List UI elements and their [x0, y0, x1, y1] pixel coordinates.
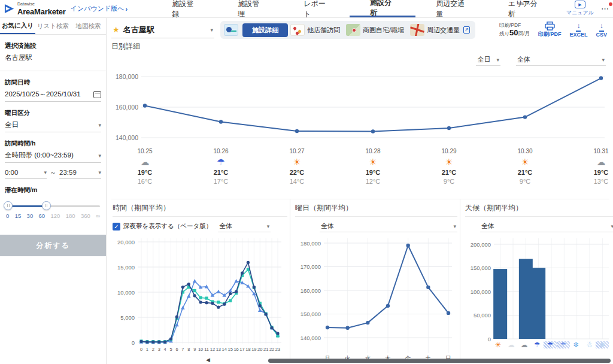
- sidebar-tabs: お気に入り リスト検索 地図検索: [0, 18, 106, 35]
- svg-text:14: 14: [222, 347, 227, 352]
- chevron-down-icon: ▾: [98, 122, 101, 128]
- svg-text:9: 9: [193, 347, 196, 352]
- facility-toolbar: ★ 名古屋駅 ▾ 施設詳細: [107, 18, 613, 40]
- svg-text:0: 0: [132, 339, 135, 346]
- weather-segment-select[interactable]: 全体 ▾: [480, 220, 613, 232]
- stay-time-slider[interactable]: [6, 201, 100, 211]
- daily-visitors-line-chart: 140,000160,000180,00010.2510.2610.2710.2…: [111, 66, 611, 156]
- print-pdf-button[interactable]: 印刷/PDF: [538, 22, 562, 38]
- svg-text:10.26: 10.26: [213, 148, 228, 154]
- hourly-panel: 時間（期間平均） ✓ 深夜帯を表示する（ベータ版） 全体 ▾ 05,0001: [111, 199, 290, 363]
- scroll-left-arrow-icon[interactable]: ◀: [206, 357, 210, 363]
- weekday-panel: 曜日（期間平均） 全体 ▾ 140,000150,000160,000170,0…: [290, 199, 460, 363]
- calendar-icon[interactable]: [93, 91, 101, 98]
- selected-facility-value: 名古屋駅: [5, 50, 101, 65]
- brand-name: AreaMarketer: [17, 7, 66, 16]
- scrollbar-thumb[interactable]: [268, 359, 611, 363]
- nav-item-area-analysis[interactable]: BETA エリア分析: [488, 0, 560, 17]
- weather-umbrella-icon: ☂: [217, 157, 224, 168]
- svg-text:200,000: 200,000: [471, 241, 491, 248]
- weather-axis-umbrella-box-icon: ☂: [544, 341, 557, 348]
- nav-item-facility-analysis[interactable]: 施設分析: [350, 0, 415, 17]
- tab-surrounding-traffic[interactable]: 周辺交通量 ↗: [408, 23, 474, 37]
- excel-export-button[interactable]: ↓ EXCEL: [569, 22, 587, 37]
- daily-day-filter-select[interactable]: 全日 ▾: [476, 54, 500, 66]
- slider-tick-labels: 015 3060 120180 360∞: [6, 213, 100, 219]
- time-to-select[interactable]: 23:59 ▾: [59, 166, 101, 179]
- hourly-segment-select[interactable]: 全体 ▾: [218, 220, 271, 232]
- horizontal-scrollbar[interactable]: ◀: [213, 358, 611, 363]
- nav-item-facility-manage[interactable]: 施設管理: [217, 0, 283, 17]
- weather-axis-snow-hatch-icon: ❅: [596, 341, 609, 348]
- visit-date-input[interactable]: 2025/10/25～2025/10/31: [5, 87, 101, 102]
- tab-list-search[interactable]: リスト検索: [35, 18, 71, 34]
- svg-text:17: 17: [239, 347, 244, 352]
- svg-text:7: 7: [181, 347, 184, 352]
- late-night-checkbox[interactable]: ✓ 深夜帯を表示する（ベータ版）: [113, 222, 212, 230]
- weekday-type-select[interactable]: 全日 ▾: [5, 117, 101, 132]
- beta-badge: BETA: [518, 1, 530, 6]
- weather-sun-icon: ☀: [293, 157, 301, 168]
- tab-facility-detail-label[interactable]: 施設詳細: [242, 23, 288, 37]
- svg-text:5: 5: [169, 347, 172, 352]
- nav-item-report[interactable]: レポート: [283, 0, 350, 17]
- weather-axis-snowman-icon: ☃: [582, 341, 596, 348]
- svg-text:10: 10: [198, 347, 203, 352]
- daily-weather-cell: ☂21°C17°C: [194, 157, 248, 185]
- visit-time-select[interactable]: 全時間帯 (0:00~23:59) ▾: [5, 148, 101, 163]
- analyze-button[interactable]: 分析する: [0, 235, 106, 256]
- manual-button[interactable]: ▶ マニュアル: [560, 0, 600, 17]
- inbound-version-link[interactable]: インバウンド版へ ›: [71, 0, 128, 17]
- svg-text:6: 6: [175, 347, 178, 352]
- svg-text:10.25: 10.25: [137, 148, 152, 154]
- weather-average-bar-chart: 050,000100,000150,000200,000: [465, 235, 613, 341]
- tab-trade-area-home-work[interactable]: 商圏自宅/職場: [344, 23, 408, 37]
- checkbox-checked-icon[interactable]: ✓: [113, 223, 120, 230]
- facility-detail-thumbnail-icon: [224, 24, 238, 36]
- chevron-down-icon: ▾: [98, 169, 101, 175]
- daily-weather-cell: ☁19°C13°C: [574, 157, 613, 185]
- csv-export-button[interactable]: ↓ CSV: [596, 22, 607, 37]
- tab-facility-detail[interactable]: [222, 23, 242, 37]
- favorite-star-icon[interactable]: ★: [113, 25, 120, 34]
- weekday-segment-select[interactable]: 全体 ▾: [320, 220, 457, 232]
- tab-map-search[interactable]: 地図検索: [71, 18, 106, 34]
- tab-other-store-visits[interactable]: 他店舗訪問: [289, 23, 344, 37]
- nav-item-facility-register[interactable]: 施設登録: [151, 0, 217, 17]
- svg-text:10.28: 10.28: [365, 148, 380, 154]
- time-from-select[interactable]: 0:00 ▾: [5, 166, 47, 179]
- facility-select[interactable]: ★ 名古屋駅 ▾: [111, 22, 214, 38]
- nav-item-surrounding-traffic[interactable]: 周辺交通量: [415, 0, 488, 17]
- svg-text:15,000: 15,000: [117, 264, 135, 271]
- chevron-down-icon: ▾: [453, 223, 456, 229]
- svg-text:22: 22: [269, 347, 274, 352]
- chevron-down-icon: ▾: [496, 57, 499, 63]
- daily-detail-title: 日別詳細: [111, 41, 609, 51]
- download-icon: ↓: [599, 22, 604, 31]
- svg-text:23: 23: [275, 347, 280, 352]
- visit-date-label: 訪問日時: [5, 78, 101, 87]
- more-menu-button[interactable]: ⋯: [600, 0, 613, 17]
- logo-icon: [4, 4, 15, 14]
- video-icon: ▶: [575, 1, 585, 8]
- weather-sun-icon: ☀: [369, 157, 377, 168]
- daily-segment-filter-select[interactable]: 全体 ▾: [516, 54, 606, 66]
- download-icon: ↓: [576, 22, 581, 31]
- tab-favorites[interactable]: お気に入り: [0, 18, 35, 34]
- svg-text:21: 21: [263, 347, 268, 352]
- svg-text:140,000: 140,000: [301, 335, 321, 341]
- svg-text:2: 2: [152, 347, 154, 352]
- svg-text:4: 4: [164, 347, 166, 352]
- svg-text:16: 16: [233, 347, 238, 352]
- slider-handle-max[interactable]: [42, 201, 51, 210]
- chevron-right-icon: ›: [126, 5, 128, 13]
- svg-text:13: 13: [216, 347, 221, 352]
- weather-axis-cloud-light-icon: ☁: [505, 341, 518, 348]
- chevron-down-icon: ▾: [44, 169, 47, 175]
- svg-text:0: 0: [140, 347, 142, 352]
- brand-logo[interactable]: Datawise AreaMarketer: [0, 0, 71, 17]
- selected-facility-label: 選択済施設: [5, 42, 101, 50]
- slider-handle-min[interactable]: [4, 201, 13, 210]
- daily-weather-cell: ☀22°C14°C: [270, 157, 324, 185]
- svg-text:15: 15: [228, 347, 233, 352]
